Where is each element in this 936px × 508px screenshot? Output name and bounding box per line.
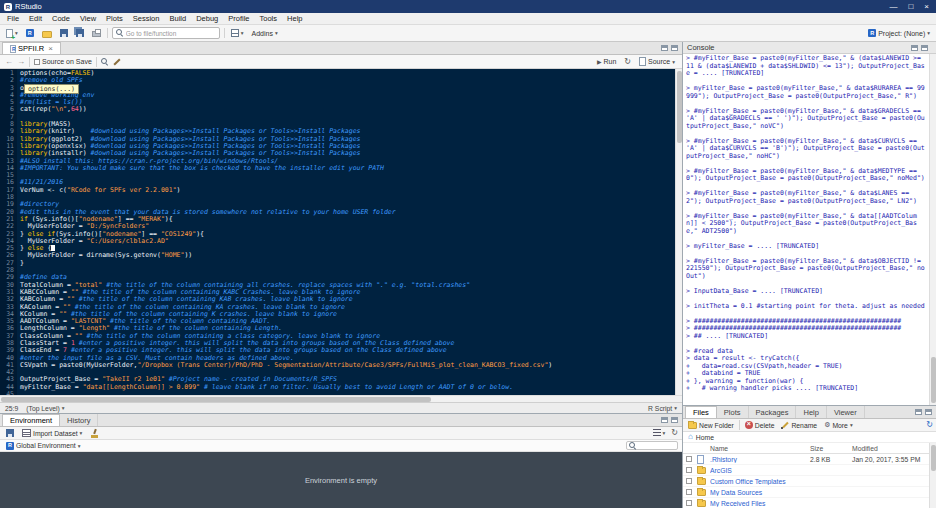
menu-session[interactable]: Session [128, 14, 165, 23]
rename-button[interactable]: Rename [779, 420, 819, 430]
code-line[interactable]: #remove old SPFs [20, 77, 682, 84]
menu-file[interactable]: File [2, 14, 24, 23]
code-line[interactable]: #IMPORTANT: You should make sure that th… [20, 165, 682, 172]
file-checkbox[interactable] [686, 478, 692, 484]
run-button[interactable]: ▶Run [595, 57, 618, 66]
minimize-pane-icon[interactable] [915, 409, 922, 415]
file-name[interactable]: My Received Files [710, 500, 810, 507]
clear-workspace-button[interactable] [88, 428, 101, 439]
file-name[interactable]: .Rhistory [710, 456, 810, 463]
maximize-pane-icon[interactable] [925, 409, 932, 415]
source-button[interactable]: Source▾ [637, 56, 677, 67]
code-lines[interactable]: options(echo=FALSE)#remove old SPFsoptio… [17, 69, 682, 395]
go-to-file-input[interactable] [126, 30, 216, 37]
menu-view[interactable]: View [75, 14, 101, 23]
console-output[interactable]: > #myFilter_Base = paste0(myFilter_Base,… [683, 54, 936, 405]
editor-vertical-scrollbar[interactable] [675, 69, 682, 395]
column-header-modified[interactable]: Modified [852, 445, 936, 452]
back-icon[interactable]: ← [5, 58, 13, 66]
menu-build[interactable]: Build [164, 14, 191, 23]
file-row[interactable]: Custom Office Templates [683, 476, 936, 487]
code-line[interactable]: cat(rep("\n",64)) [20, 106, 682, 113]
tab-history[interactable]: History [60, 414, 98, 426]
menu-profile[interactable]: Profile [223, 14, 254, 23]
file-name[interactable]: My Data Sources [710, 489, 810, 496]
tab-environment[interactable]: Environment [2, 414, 60, 426]
file-row[interactable]: My Received Files [683, 498, 936, 508]
minimize-window-button[interactable]: — [889, 2, 897, 12]
tab-files[interactable]: Files [685, 406, 717, 418]
minimize-pane-icon[interactable] [661, 417, 668, 423]
environment-search[interactable] [626, 441, 678, 450]
breadcrumb-home[interactable]: Home [696, 434, 714, 441]
menu-help[interactable]: Help [282, 14, 307, 23]
maximize-pane-icon[interactable] [671, 45, 678, 51]
save-button[interactable] [58, 28, 70, 38]
console-scrollbar[interactable] [929, 54, 936, 405]
more-button[interactable]: ⚙More▾ [822, 420, 855, 430]
file-type-selector[interactable]: R Script▾ [648, 405, 677, 412]
tab-help[interactable]: Help [796, 406, 826, 418]
editor-horizontal-scrollbar[interactable] [0, 395, 682, 402]
file-checkbox[interactable] [686, 489, 692, 495]
code-line[interactable]: CSVpath = paste0(MyUserFolder,"/Dropbox … [20, 362, 682, 369]
code-line[interactable]: VerNum <- c("RCode for SPFs ver 2.2.001"… [20, 187, 682, 194]
menu-edit[interactable]: Edit [24, 14, 47, 23]
rerun-button[interactable]: ↻ [622, 57, 633, 67]
maximize-window-button[interactable]: □ [908, 2, 913, 12]
code-line[interactable] [20, 172, 682, 179]
tab-packages[interactable]: Packages [749, 406, 797, 418]
scrollbar-thumb[interactable] [677, 71, 682, 143]
file-checkbox[interactable] [686, 467, 692, 473]
delete-button[interactable]: Delete [743, 420, 777, 430]
go-to-file-search[interactable] [112, 27, 220, 39]
code-line[interactable]: MyUserFolder = "C:/Users/clblac2.AD" [20, 238, 682, 245]
addins-button[interactable]: Addins▾ [250, 29, 280, 38]
file-checkbox[interactable] [686, 456, 692, 462]
menu-debug[interactable]: Debug [191, 14, 223, 23]
menu-code[interactable]: Code [47, 14, 75, 23]
code-line[interactable]: MyUserFolder = dirname(Sys.getenv("HOME"… [20, 252, 682, 259]
new-file-button[interactable]: ▾ [4, 28, 20, 39]
scrollbar-thumb[interactable] [931, 445, 936, 471]
editor-tab-spfii-r[interactable]: SPFII.R × [2, 42, 61, 54]
menu-tools[interactable]: Tools [255, 14, 283, 23]
file-name[interactable]: ArcGIS [710, 467, 810, 474]
code-line[interactable] [20, 114, 682, 121]
open-file-button[interactable] [40, 28, 54, 39]
scope-selector[interactable]: (Top Level)▾ [26, 405, 64, 412]
new-project-button[interactable] [24, 28, 36, 38]
file-row[interactable]: ArcGIS [683, 465, 936, 476]
project-selector[interactable]: Project: (None)▾ [866, 28, 932, 38]
minimize-pane-icon[interactable] [661, 45, 668, 51]
code-editor[interactable]: 1234567891011121314151617181920212223242… [0, 69, 682, 395]
file-name[interactable]: Custom Office Templates [710, 478, 810, 485]
code-line[interactable]: #remove working env [20, 92, 682, 99]
code-line[interactable] [20, 194, 682, 201]
column-header-size[interactable]: Size [810, 445, 852, 452]
import-dataset-button[interactable]: Import Dataset▾ [20, 428, 84, 438]
save-all-button[interactable] [74, 28, 86, 38]
forward-icon[interactable]: → [17, 58, 25, 66]
file-checkbox[interactable] [686, 500, 692, 506]
scrollbar-thumb[interactable] [1, 397, 431, 402]
save-workspace-button[interactable] [4, 428, 16, 438]
code-line[interactable]: options( [20, 85, 682, 92]
code-line[interactable]: options(echo=FALSE) [20, 70, 682, 77]
new-folder-button[interactable]: New Folder [686, 420, 736, 430]
code-tools-icon[interactable] [113, 58, 121, 66]
code-line[interactable]: #rm(list = ls()) [20, 99, 682, 106]
maximize-pane-icon[interactable] [921, 45, 928, 51]
menu-plots[interactable]: Plots [101, 14, 128, 23]
workspace-panes-button[interactable]: ▾ [229, 28, 246, 38]
code-line[interactable]: myFilter_Base = "data[[LengthColumn]] > … [20, 384, 682, 391]
minimize-pane-icon[interactable] [911, 45, 918, 51]
files-scrollbar[interactable] [929, 443, 936, 508]
tab-plots[interactable]: Plots [717, 406, 749, 418]
tab-viewer[interactable]: Viewer [827, 406, 865, 418]
file-row[interactable]: My Data Sources [683, 487, 936, 498]
column-header-name[interactable]: Name [710, 445, 810, 452]
maximize-pane-icon[interactable] [671, 417, 678, 423]
find-replace-icon[interactable] [101, 58, 109, 66]
refresh-environment-icon[interactable]: ↻ [671, 429, 678, 437]
